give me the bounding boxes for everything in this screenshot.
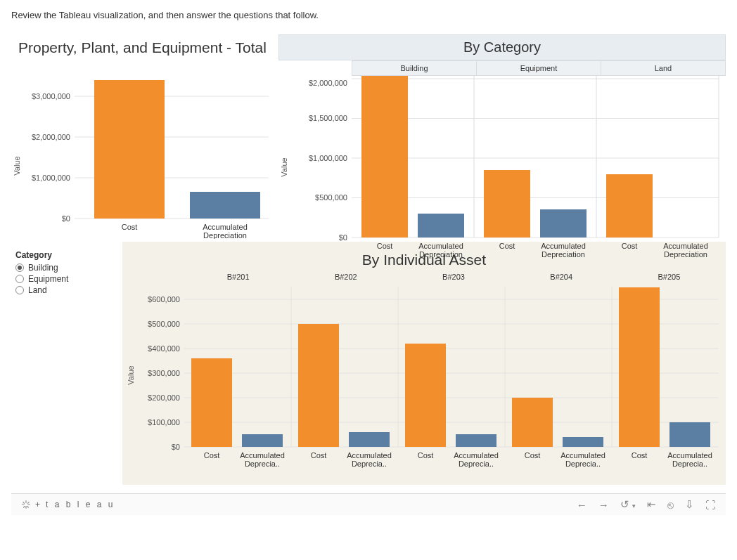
svg-text:Cost: Cost <box>122 223 138 231</box>
bar-building-dep[interactable] <box>418 214 464 237</box>
svg-text:Cost: Cost <box>377 242 393 250</box>
svg-text:Accumulated: Accumulated <box>203 223 248 231</box>
bar-b203-dep[interactable] <box>456 434 496 447</box>
facet-b203: B#203 <box>399 270 507 284</box>
svg-text:Accumulated: Accumulated <box>418 242 463 250</box>
bar-land-cost[interactable] <box>606 174 653 237</box>
svg-text:Accumulated: Accumulated <box>347 451 392 460</box>
svg-text:$500,000: $500,000 <box>315 193 347 202</box>
redo-icon[interactable]: → <box>598 499 609 511</box>
radio-label: Building <box>28 263 58 273</box>
facet-b205: B#205 <box>615 270 723 284</box>
svg-text:Cost: Cost <box>311 451 327 460</box>
fullscreen-icon[interactable]: ⛶ <box>705 499 716 511</box>
bar-b201-cost[interactable] <box>191 358 232 447</box>
svg-text:$200,000: $200,000 <box>148 393 180 402</box>
svg-text:Cost: Cost <box>499 242 515 250</box>
svg-text:$0: $0 <box>62 214 70 223</box>
svg-text:$500,000: $500,000 <box>148 320 180 328</box>
chart-total[interactable]: Value $0 $1,000,000 $2,000,000 $3,000,00… <box>11 60 273 239</box>
svg-text:Accumulated: Accumulated <box>663 242 708 250</box>
revert-icon[interactable]: ↺ ▾ <box>620 498 636 511</box>
svg-text:Depreciation: Depreciation <box>541 250 585 259</box>
svg-text:Accumulated: Accumulated <box>240 451 285 460</box>
facet-b201: B#201 <box>184 270 292 284</box>
chart-category[interactable]: Value $0 $500,000 $1,000,000 $1,500,000 … <box>278 76 722 266</box>
bar-b204-cost[interactable] <box>512 398 553 447</box>
bar-total-depreciation[interactable] <box>190 192 260 219</box>
svg-text:$1,000,000: $1,000,000 <box>309 154 347 162</box>
svg-text:$0: $0 <box>339 233 347 242</box>
facet-b202: B#202 <box>292 270 399 284</box>
tableau-logo[interactable]: +t a b l e a u <box>21 500 115 509</box>
svg-text:$0: $0 <box>172 443 180 451</box>
bar-b202-dep[interactable] <box>349 432 390 447</box>
y-axis-label: Value <box>280 157 288 176</box>
svg-text:$1,000,000: $1,000,000 <box>32 174 70 182</box>
tableau-toolbar: +t a b l e a u ← → ↺ ▾ ⇤ ⎋ ⇩ ⛶ <box>11 493 726 515</box>
svg-text:$2,000,000: $2,000,000 <box>32 133 70 141</box>
radio-icon <box>15 275 24 283</box>
radio-icon <box>15 263 24 272</box>
svg-text:Accumulated: Accumulated <box>560 451 605 460</box>
svg-text:$300,000: $300,000 <box>148 369 180 377</box>
tableau-dashboard: Property, Plant, and Equipment - Total V… <box>0 26 737 515</box>
brand-text: t a b l e a u <box>46 500 115 509</box>
filter-title: Category <box>15 250 269 260</box>
facet-land: Land <box>601 61 725 75</box>
svg-text:Cost: Cost <box>418 451 434 460</box>
y-axis-label: Value <box>13 157 21 176</box>
chart-category-title: By Category <box>278 34 726 60</box>
radio-icon <box>15 286 24 294</box>
bar-b205-cost[interactable] <box>619 287 660 447</box>
facet-equipment: Equipment <box>477 61 601 75</box>
svg-text:$1,500,000: $1,500,000 <box>309 114 347 122</box>
svg-text:Accumulated: Accumulated <box>667 451 712 460</box>
tableau-logo-icon <box>21 500 31 509</box>
svg-text:Depreciation: Depreciation <box>203 231 247 239</box>
bar-b201-dep[interactable] <box>242 434 283 447</box>
bar-b202-cost[interactable] <box>298 324 339 447</box>
bar-equipment-dep[interactable] <box>540 209 587 237</box>
svg-text:$2,000,000: $2,000,000 <box>309 79 347 87</box>
svg-text:$400,000: $400,000 <box>148 344 180 353</box>
svg-text:Deprecia..: Deprecia.. <box>565 460 601 468</box>
svg-text:Accumulated: Accumulated <box>454 451 499 460</box>
svg-text:$100,000: $100,000 <box>148 418 180 426</box>
bar-b204-dep[interactable] <box>563 437 603 447</box>
radio-label: Land <box>28 285 47 295</box>
radio-label: Equipment <box>28 274 68 284</box>
svg-text:Deprecia..: Deprecia.. <box>672 460 707 468</box>
bar-total-cost[interactable] <box>94 80 165 219</box>
bar-b205-dep[interactable] <box>669 422 710 447</box>
y-axis-label: Value <box>127 366 135 385</box>
svg-text:Deprecia..: Deprecia.. <box>352 460 387 468</box>
svg-text:Cost: Cost <box>204 451 220 460</box>
svg-text:Cost: Cost <box>622 242 638 250</box>
instruction-text: Review the Tableau visualization, and th… <box>0 0 737 26</box>
svg-text:Depreciation: Depreciation <box>664 250 707 259</box>
first-icon[interactable]: ⇤ <box>647 498 656 511</box>
chart-total-title: Property, Plant, and Equipment - Total <box>11 34 273 60</box>
facet-building: Building <box>352 61 477 75</box>
svg-text:Deprecia..: Deprecia.. <box>245 460 280 468</box>
svg-text:Accumulated: Accumulated <box>541 242 586 250</box>
svg-text:$3,000,000: $3,000,000 <box>32 92 70 100</box>
bar-building-cost[interactable] <box>361 76 408 237</box>
svg-text:Cost: Cost <box>525 451 541 460</box>
download-icon[interactable]: ⇩ <box>685 498 694 511</box>
share-icon[interactable]: ⎋ <box>667 499 674 511</box>
svg-text:$600,000: $600,000 <box>148 295 180 304</box>
svg-text:Cost: Cost <box>632 451 648 460</box>
svg-text:Deprecia..: Deprecia.. <box>459 460 494 468</box>
bar-equipment-cost[interactable] <box>484 170 530 237</box>
undo-icon[interactable]: ← <box>577 499 587 511</box>
facet-b204: B#204 <box>508 270 615 284</box>
bar-b203-cost[interactable] <box>405 344 446 447</box>
chart-asset[interactable]: Value $0 $100,000 $200,000 $300,000 $400… <box>125 284 724 482</box>
